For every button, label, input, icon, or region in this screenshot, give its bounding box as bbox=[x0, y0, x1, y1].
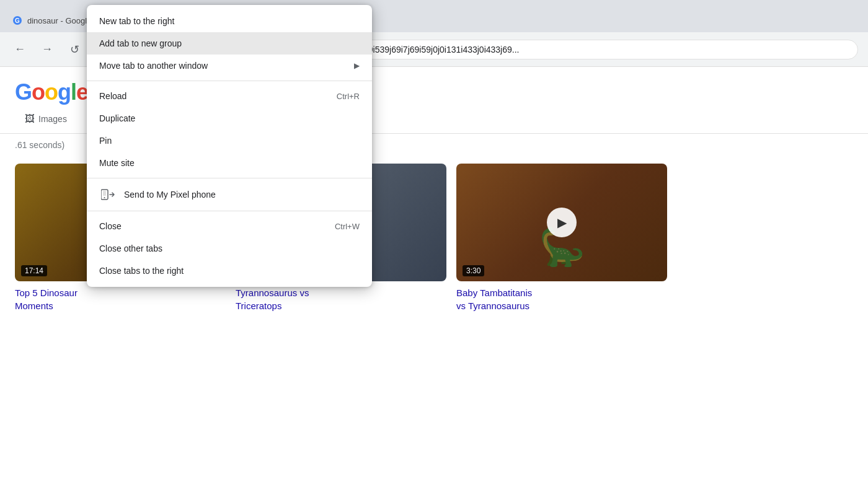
svg-point-6 bbox=[104, 197, 105, 198]
video-duration-3: 3:30 bbox=[463, 265, 484, 276]
images-icon: 🖼 bbox=[25, 113, 35, 125]
menu-add-tab-group[interactable]: Add tab to new group bbox=[87, 32, 372, 55]
video-title-1: Top 5 DinosaurMoments bbox=[15, 286, 226, 312]
back-button[interactable]: ← bbox=[10, 40, 30, 59]
video-title-2: Tyrannosaurus vsTriceratops bbox=[236, 286, 446, 312]
results-time: .61 seconds) bbox=[15, 140, 64, 150]
video-title-3: Baby Tambatitanisvs Tyrannosaurus bbox=[456, 286, 667, 312]
google-logo: Google bbox=[15, 79, 88, 105]
search-tab-images-label: Images bbox=[38, 114, 67, 124]
menu-mute-site-label: Mute site bbox=[99, 158, 135, 168]
menu-duplicate-label: Duplicate bbox=[99, 113, 135, 123]
forward-button[interactable]: → bbox=[37, 40, 57, 59]
menu-close-right-label: Close tabs to the right bbox=[99, 266, 184, 276]
logo-o1: o bbox=[32, 79, 45, 105]
menu-close[interactable]: Close Ctrl+W bbox=[87, 215, 372, 237]
menu-new-tab-right-label: New tab to the right bbox=[99, 16, 174, 26]
svg-text:G: G bbox=[15, 17, 20, 24]
video-card-3[interactable]: 🦕 ▶ 3:30 Baby Tambatitanisvs Tyrannosaur… bbox=[456, 164, 667, 312]
menu-close-other[interactable]: Close other tabs bbox=[87, 237, 372, 260]
logo-l: l bbox=[71, 79, 76, 105]
menu-new-tab-right[interactable]: New tab to the right bbox=[87, 10, 372, 32]
menu-mute-site[interactable]: Mute site bbox=[87, 152, 372, 174]
search-tab-images[interactable]: 🖼 Images bbox=[15, 106, 77, 134]
menu-close-label: Close bbox=[99, 221, 122, 231]
tab-1-favicon: G bbox=[12, 15, 22, 25]
submenu-arrow: ▶ bbox=[354, 61, 360, 70]
menu-duplicate[interactable]: Duplicate bbox=[87, 107, 372, 129]
video-thumbnail-3: 🦕 ▶ 3:30 bbox=[456, 164, 667, 281]
menu-divider-1 bbox=[87, 81, 372, 81]
menu-close-right[interactable]: Close tabs to the right bbox=[87, 260, 372, 282]
menu-send-phone[interactable]: Send to My Pixel phone bbox=[87, 182, 372, 207]
video-duration-1: 17:14 bbox=[21, 265, 47, 276]
menu-reload[interactable]: Reload Ctrl+R bbox=[87, 85, 372, 107]
browser-frame: G dinosaur - Google Search × D Types of … bbox=[0, 0, 868, 487]
menu-close-other-label: Close other tabs bbox=[99, 244, 162, 253]
menu-move-tab-window[interactable]: Move tab to another window ▶ bbox=[87, 55, 372, 77]
menu-move-tab-window-label: Move tab to another window bbox=[99, 61, 208, 71]
menu-reload-label: Reload bbox=[99, 91, 126, 101]
send-to-phone-icon bbox=[99, 188, 117, 201]
play-button-3[interactable]: ▶ bbox=[547, 208, 577, 237]
menu-pin-label: Pin bbox=[99, 136, 112, 146]
logo-g: G bbox=[15, 79, 32, 105]
context-menu: New tab to the right Add tab to new grou… bbox=[87, 5, 372, 287]
svg-rect-5 bbox=[103, 191, 106, 196]
menu-divider-2 bbox=[87, 178, 372, 178]
menu-close-shortcut: Ctrl+W bbox=[335, 222, 360, 231]
menu-add-tab-group-label: Add tab to new group bbox=[99, 38, 182, 48]
logo-o2: o bbox=[45, 79, 58, 105]
refresh-button[interactable]: ↺ bbox=[64, 40, 84, 59]
logo-g2: g bbox=[58, 79, 71, 105]
menu-reload-shortcut: Ctrl+R bbox=[337, 92, 360, 101]
menu-send-phone-label: Send to My Pixel phone bbox=[124, 190, 216, 200]
menu-divider-3 bbox=[87, 211, 372, 211]
menu-pin[interactable]: Pin bbox=[87, 129, 372, 152]
